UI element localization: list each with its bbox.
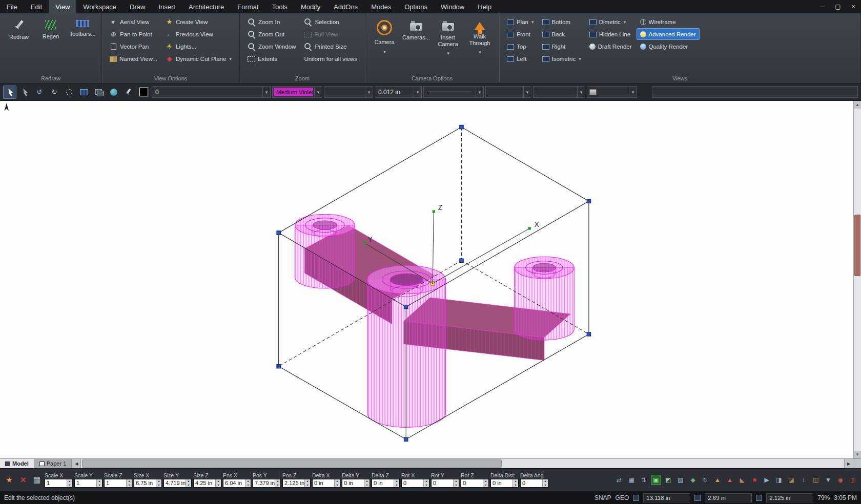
material-icon[interactable] [786, 475, 796, 485]
field-input[interactable]: 6.04 in [223, 479, 251, 488]
layer-combo[interactable]: 0 ▾ [152, 86, 271, 98]
undo-button[interactable]: ↺ [33, 86, 46, 99]
protractor-icon[interactable] [725, 475, 735, 485]
menu-file[interactable]: File [0, 0, 24, 13]
field-input[interactable]: 0 [520, 479, 548, 488]
scroll-right-icon[interactable]: ▶ [844, 459, 853, 468]
coordinate-x-field[interactable]: 13.118 in [643, 493, 690, 502]
spinner[interactable] [186, 479, 191, 487]
regen-button[interactable]: Regen [36, 16, 66, 40]
menu-format[interactable]: Format [231, 0, 265, 13]
play-icon[interactable] [762, 475, 772, 485]
menu-modes[interactable]: Modes [364, 0, 398, 13]
uniform-all-views-button[interactable]: Uniform for all views [300, 53, 361, 65]
spinner[interactable] [334, 479, 340, 487]
pen-color-swatch[interactable] [137, 86, 150, 99]
spinner[interactable] [245, 479, 251, 487]
node-edit-tool-button[interactable] [18, 86, 31, 99]
field-input[interactable]: 0 [401, 479, 429, 488]
view-dimetric-button[interactable]: Dimetric ▾ [586, 16, 636, 28]
field-input[interactable]: 0 in [312, 479, 340, 488]
view-top-button[interactable]: Top [503, 40, 538, 52]
menu-help[interactable]: Help [471, 0, 498, 13]
field-input[interactable]: 1 [74, 479, 102, 488]
spinner[interactable] [423, 479, 429, 487]
print-style-combo[interactable]: ▾ [533, 86, 585, 98]
layers-button[interactable] [92, 86, 106, 99]
named-view-button[interactable]: Named View... [106, 53, 161, 65]
view-front-button[interactable]: Front [503, 28, 538, 40]
target-icon[interactable] [835, 475, 846, 485]
field-input[interactable]: 1 [104, 479, 132, 488]
spinner[interactable] [542, 479, 548, 487]
wireframe-button[interactable]: Wireframe [637, 16, 700, 28]
lasso-select-button[interactable] [63, 86, 76, 99]
more-tools-icon[interactable] [823, 475, 833, 485]
field-input[interactable]: 0 in [342, 479, 370, 488]
spinner[interactable] [453, 479, 459, 487]
selection-info-icon[interactable]: ▦ [31, 474, 43, 486]
spinner[interactable] [126, 479, 132, 487]
field-input[interactable]: 0 in [490, 479, 519, 488]
lights-button[interactable]: ☀ Lights... [162, 40, 235, 52]
stop-icon[interactable] [848, 475, 858, 485]
vector-pan-button[interactable]: Vector Pan [106, 40, 161, 52]
view-right-button[interactable]: Right [539, 40, 585, 52]
move-vertical-icon[interactable] [798, 475, 809, 485]
field-input[interactable]: 1 [45, 479, 73, 488]
menu-architecture[interactable]: Architecture [182, 0, 231, 13]
menu-modify[interactable]: Modify [294, 0, 327, 13]
view-isometric-button[interactable]: Isometric ▾ [539, 53, 585, 65]
scroll-up-icon[interactable]: ▲ [854, 101, 861, 109]
scroll-left-icon[interactable]: ◀ [72, 459, 81, 468]
coordinate-y-field[interactable]: 2.69 in [705, 493, 752, 502]
rotate-tool-icon[interactable] [700, 475, 710, 485]
zoom-extents-button[interactable]: Extents [244, 53, 300, 65]
aerial-view-button[interactable]: ▲ Aerial View [106, 16, 161, 28]
pan-to-point-button[interactable]: ⊕ Pan to Point [106, 28, 161, 40]
deselect-icon[interactable]: × [17, 474, 29, 486]
menu-options[interactable]: Options [398, 0, 434, 13]
mirror-icon[interactable] [774, 475, 784, 485]
close-icon[interactable]: × [846, 0, 861, 13]
horizontal-scroll-thumb[interactable] [82, 459, 502, 468]
quality-render-button[interactable]: Quality Render [637, 40, 700, 52]
menu-edit[interactable]: Edit [24, 0, 49, 13]
field-input[interactable]: 0 [431, 479, 459, 488]
view-bottom-button[interactable]: Bottom [539, 16, 585, 28]
field-input[interactable]: 6.75 in [134, 479, 162, 488]
zoom-selection-button[interactable]: Selection [300, 16, 361, 28]
cameras-button[interactable]: Cameras... [401, 16, 431, 56]
field-input[interactable]: 4.25 in [193, 479, 221, 488]
menu-draw[interactable]: Draw [123, 0, 152, 13]
redo-button[interactable]: ↻ [48, 86, 61, 99]
spinner[interactable] [512, 479, 518, 487]
minimize-icon[interactable]: – [815, 0, 830, 13]
pattern-combo[interactable]: ▾ [485, 86, 531, 98]
field-input[interactable]: 0 in [372, 479, 400, 488]
zoom-window-button[interactable]: Zoom Window [244, 40, 300, 52]
spinner[interactable] [304, 479, 310, 487]
drawing-canvas[interactable]: Z X Y [0, 101, 853, 458]
walk-through-button[interactable]: Walk Through ▾ [465, 16, 495, 56]
model-3d[interactable] [295, 214, 575, 427]
line-style-combo[interactable]: ▾ [423, 86, 484, 98]
layers-panel-icon[interactable] [811, 475, 821, 485]
menu-window[interactable]: Window [434, 0, 471, 13]
hidden-line-button[interactable]: Hidden Line [586, 28, 636, 40]
spinner[interactable] [364, 479, 370, 487]
menu-tools[interactable]: Tools [265, 0, 294, 13]
select-tool-button[interactable] [3, 86, 16, 99]
render-scene-button[interactable] [107, 86, 120, 99]
selection-info-button[interactable] [77, 86, 91, 99]
attribute-field[interactable] [652, 86, 858, 98]
angle-snap-icon[interactable] [712, 475, 723, 485]
geo-toggle[interactable]: GEO [616, 494, 629, 501]
draft-render-button[interactable]: Draft Render [586, 40, 636, 52]
advanced-render-button[interactable]: Advanced Render [637, 28, 700, 40]
camera-button[interactable]: Camera ▾ [370, 16, 399, 56]
toolbars-button[interactable]: Toolbars... [68, 16, 97, 40]
create-view-button[interactable]: ★ Create View [162, 16, 235, 28]
zoom-out-button[interactable]: Zoom Out [244, 28, 300, 40]
grid-icon[interactable] [626, 475, 637, 485]
